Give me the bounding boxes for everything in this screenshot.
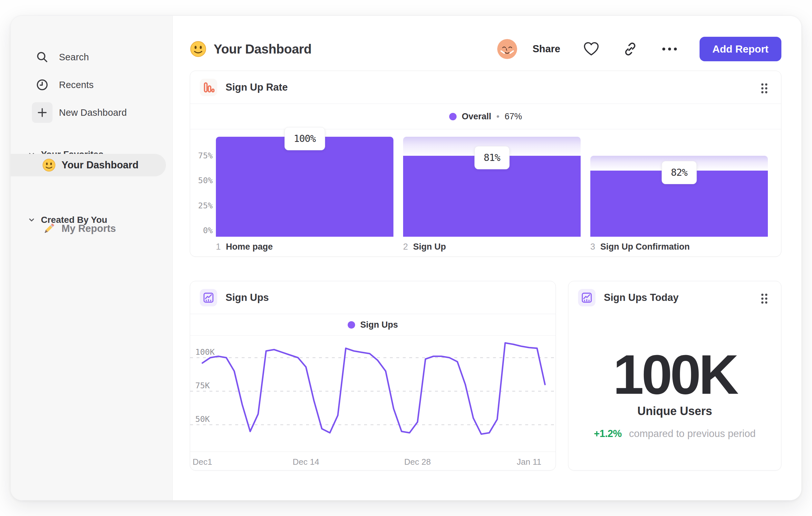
sidebar-item-label: Recents [59, 80, 94, 90]
sign-ups-card: Sign Ups Sign Ups 100K75K50K Dec1Dec 14D… [190, 281, 556, 470]
funnel-y-tick: 25% [190, 201, 213, 210]
legend-separator: • [497, 112, 499, 121]
sidebar: Search Recents New Dashboard Your Favori… [11, 16, 173, 500]
drag-handle-icon[interactable] [758, 81, 771, 96]
card-header: Sign Ups Today [569, 281, 781, 314]
chart-legend[interactable]: Sign Ups [190, 315, 555, 336]
card-title: Sign Up Rate [226, 71, 288, 104]
funnel-step-number: 2 [403, 242, 408, 251]
funnel-step-number: 3 [590, 242, 595, 251]
sidebar-item-label: New Dashboard [59, 107, 127, 118]
line-y-tick: 100K [195, 347, 214, 357]
plus-icon [32, 102, 53, 123]
card-title: Sign Ups Today [604, 281, 678, 314]
heart-icon[interactable] [583, 41, 600, 57]
clock-icon [32, 75, 53, 95]
pencil-emoji [42, 222, 56, 236]
more-options-icon[interactable] [661, 46, 678, 52]
legend-value: 67% [504, 112, 522, 121]
sidebar-item-label: My Reports [62, 223, 116, 235]
smiley-emoji [42, 158, 56, 172]
funnel-step-name: Sign Up [413, 242, 446, 251]
funnel-y-tick: 0% [190, 226, 213, 235]
funnel-value-badge: 81% [474, 146, 510, 169]
sidebar-item-recents[interactable]: Recents [11, 71, 172, 99]
drag-handle-icon[interactable] [758, 292, 771, 306]
line-x-tick: Dec1 [193, 457, 212, 467]
page-title: Your Dashboard [214, 42, 312, 56]
add-report-button[interactable]: Add Report [700, 37, 781, 61]
smiley-emoji [190, 40, 207, 57]
share-button[interactable]: Share [533, 43, 560, 55]
funnel-value-badge: 82% [662, 161, 697, 184]
line-x-tick: Dec 14 [293, 457, 319, 467]
funnel-y-tick: 50% [190, 176, 213, 185]
funnel-value-badge: 100% [284, 127, 325, 150]
app-window: Search Recents New Dashboard Your Favori… [10, 16, 802, 500]
page-header: Your Dashboard Share Add Report [190, 31, 781, 67]
legend-dot [449, 113, 457, 120]
sidebar-item-label: Your Dashboard [62, 159, 139, 171]
sidebar-item-my-reports[interactable]: My Reports [11, 217, 172, 240]
line-chart-svg [190, 336, 556, 452]
line-x-tick: Jan 11 [517, 457, 541, 467]
kpi-label: Unique Users [569, 404, 781, 418]
sign-ups-today-card: Sign Ups Today 100K Unique Users +1.2% c… [568, 281, 781, 470]
funnel-x-label: 3Sign Up Confirmation [590, 242, 690, 252]
main-content: Your Dashboard Share Add Report [173, 16, 802, 500]
line-chart-icon [578, 289, 596, 306]
legend-label: Overall [462, 112, 491, 121]
funnel-x-label: 2Sign Up [403, 242, 446, 252]
sign-up-rate-card: Sign Up Rate Overall • 67% 0%25%50%75%10… [190, 71, 781, 257]
line-y-tick: 50K [195, 414, 210, 424]
funnel-y-tick: 75% [190, 151, 213, 160]
kpi-value: 100K [569, 343, 781, 406]
card-header: Sign Up Rate [190, 71, 781, 104]
line-chart-icon [200, 289, 217, 306]
sidebar-item-search[interactable]: Search [11, 43, 172, 71]
kpi-delta: +1.2% [594, 428, 621, 439]
line-x-axis: Dec1Dec 14Dec 28Jan 11 [190, 452, 555, 470]
card-header: Sign Ups [190, 281, 555, 314]
legend-label: Sign Ups [360, 320, 398, 330]
line-series [202, 343, 545, 434]
funnel-step-number: 1 [216, 242, 221, 251]
sidebar-item-your-dashboard[interactable]: Your Dashboard [11, 154, 166, 176]
kpi-delta-row: +1.2% compared to previous period [569, 428, 781, 440]
funnel-step-name: Home page [226, 242, 273, 251]
kpi-delta-description: compared to previous period [629, 428, 756, 439]
chart-legend[interactable]: Overall • 67% [190, 104, 781, 129]
funnel-step-name: Sign Up Confirmation [600, 242, 690, 251]
funnel-x-label: 1Home page [216, 242, 273, 252]
line-x-tick: Dec 28 [404, 457, 431, 467]
legend-dot [348, 321, 355, 329]
card-title: Sign Ups [226, 281, 269, 314]
search-icon [32, 47, 53, 67]
link-icon[interactable] [622, 41, 638, 57]
funnel-bar [216, 137, 394, 237]
sidebar-item-new-dashboard[interactable]: New Dashboard [11, 99, 172, 127]
bar-chart-icon [200, 79, 217, 96]
line-y-tick: 75K [195, 381, 210, 390]
sidebar-item-label: Search [59, 52, 89, 62]
user-avatar[interactable] [497, 39, 517, 59]
line-plot: 100K75K50K [190, 336, 556, 452]
